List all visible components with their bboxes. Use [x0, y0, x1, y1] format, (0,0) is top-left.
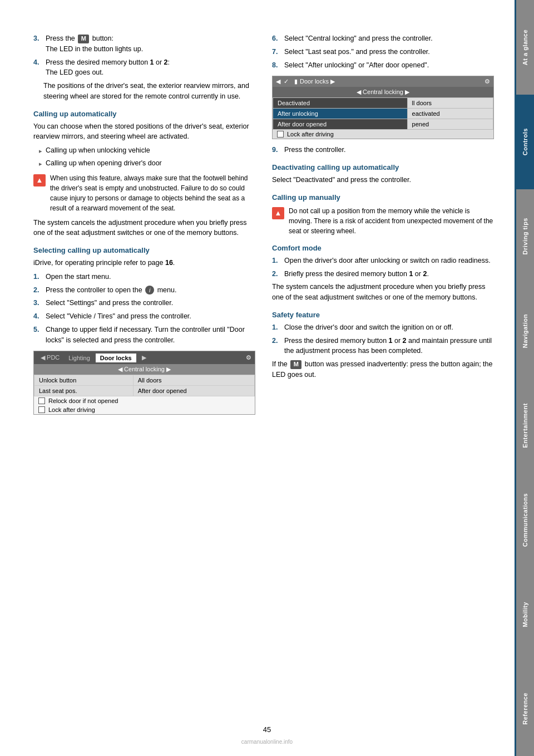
select-step-4-num: 4. — [33, 311, 43, 322]
step-3: 3. Press the M button: The LED in the bu… — [33, 33, 255, 55]
comfort-step-1: 1. Open the driver's door after unlockin… — [272, 256, 494, 266]
select-step-5: 5. Change to upper field if necessary. T… — [33, 325, 255, 346]
select-step-4: 4. Select "Vehicle / Tires" and press th… — [33, 311, 255, 322]
step-7-num: 7. — [272, 47, 282, 57]
select-step-1-num: 1. — [33, 272, 43, 282]
warning-text-1: When using this feature, always make sur… — [50, 173, 255, 213]
step-4-num: 4. — [33, 57, 43, 78]
select-step-5-text: Change to upper field if necessary. Turn… — [46, 325, 255, 346]
step-3-num: 3. — [33, 33, 43, 55]
checkbox-lock-driving-label: Lock after driving — [48, 406, 95, 413]
select-step-5-num: 5. — [33, 325, 43, 346]
safety-step-2: 2. Press the desired memory button 1 or … — [272, 336, 494, 357]
step-9-text: Press the controller. — [284, 145, 345, 155]
checkbox-lock-driving — [38, 406, 45, 413]
step-3-text: Press the M button: The LED in the butto… — [46, 33, 143, 55]
ui-cell-last-seat-value: After door opened — [133, 386, 254, 396]
tab-mobility[interactable]: Mobility — [516, 567, 534, 662]
select-step-2-text: Press the controller to open the i menu. — [46, 285, 176, 296]
comfort-step-2-num: 2. — [272, 269, 282, 279]
select-step-2: 2. Press the controller to open the i me… — [33, 285, 255, 296]
comfort-step-2: 2. Briefly press the desired memory butt… — [272, 269, 494, 279]
tab-navigation[interactable]: Navigation — [516, 283, 534, 378]
ui-cell-pened: pened — [407, 119, 493, 130]
tab-lighting: Lighting — [65, 354, 93, 362]
bullet-arrow-2: ▸ — [39, 159, 42, 169]
tab-entertainment[interactable]: Entertainment — [516, 378, 534, 473]
ui-checkbox-lock-driving: Lock after driving — [34, 405, 255, 414]
ui-cell-last-seat-label: Last seat pos. — [34, 386, 134, 396]
comfort-step-2-text: Briefly press the desired memory button … — [284, 269, 429, 279]
ui-cell-after-door-opened: After door opened — [273, 119, 408, 130]
safety-step-2-text: Press the desired memory button 1 or 2 a… — [284, 336, 494, 357]
warning-box-1: ▲ When using this feature, always make s… — [33, 173, 255, 213]
step-4-subtext: The LED goes out. — [46, 68, 103, 76]
tab-driving-tips[interactable]: Driving tips — [516, 189, 534, 284]
safety-final-text: If the M button was pressed inadvertentl… — [272, 359, 494, 380]
comfort-heading: Comfort mode — [272, 244, 494, 252]
i-button-icon: i — [145, 286, 154, 294]
gear-icon-right: ⚙ — [484, 78, 490, 85]
ui-screenshot-1-header: ◀ PDC Lighting Door locks ▶ ⚙ — [34, 351, 255, 364]
ui-checkbox-relock: Relock door if not opened — [34, 396, 255, 405]
step-4-text: Press the desired memory button 1 or 2: … — [46, 57, 170, 78]
step-9: 9. Press the controller. — [272, 145, 494, 155]
tab-mobility-label: Mobility — [522, 602, 528, 627]
bullet-arrow-1: ▸ — [39, 146, 42, 156]
door-icon: ▮ — [294, 78, 298, 85]
select-step-1: 1. Open the start menu. — [33, 272, 255, 282]
safety-step-2-num: 2. — [272, 336, 282, 357]
step-6-num: 6. — [272, 33, 282, 44]
tab-communications-label: Communications — [522, 493, 528, 547]
comfort-step-1-text: Open the driver's door after unlocking o… — [284, 256, 491, 266]
tab-controls[interactable]: Controls — [516, 95, 534, 189]
tab-reference-label: Reference — [522, 693, 528, 725]
tab-arrow-right: ▶ — [139, 353, 150, 362]
calling-up-auto-heading: Calling up automatically — [33, 110, 255, 118]
ui-table-2-row-3: After door opened pened — [273, 119, 493, 130]
safety-step-1-text: Close the driver's door and switch the i… — [284, 322, 453, 333]
ui-cell-eactivated: eactivated — [407, 109, 493, 119]
step-7-text: Select "Last seat pos." and press the co… — [284, 47, 430, 57]
warning-icon-1: ▲ — [33, 174, 46, 186]
m-button-safety: M — [290, 360, 301, 369]
m-button-icon: M — [78, 35, 89, 43]
ui-screenshot-2: ◀ ✓ ▮ Door locks ▶ ⚙ ◀ Central locking ▶… — [272, 76, 494, 139]
ui-cell-after-unlocking: After unlocking — [273, 109, 408, 119]
selecting-desc: iDrive, for operating principle refer to… — [33, 258, 255, 268]
selecting-heading: Selecting calling up automatically — [33, 246, 255, 254]
warning-box-2: ▲ Do not call up a position from the mem… — [272, 206, 494, 236]
checkbox-relock — [38, 397, 45, 404]
step-4-desc: The positions of the driver's seat, the … — [33, 81, 255, 102]
bullet-2-text: Calling up when opening driver's door — [46, 158, 162, 169]
tab-controls-label: Controls — [522, 128, 528, 155]
ui-table-2-row-1: Deactivated ll doors — [273, 98, 493, 109]
ui-cell-ll-doors: ll doors — [407, 98, 493, 109]
comfort-step-1-num: 1. — [272, 256, 282, 266]
select-step-3-text: Select "Settings" and press the controll… — [46, 298, 173, 308]
tab-at-glance[interactable]: At a glance — [516, 0, 534, 95]
side-tabs: At a glance Controls Driving tips Naviga… — [516, 0, 534, 756]
step-6: 6. Select "Central locking" and press th… — [272, 33, 494, 44]
checkbox-relock-label: Relock door if not opened — [48, 397, 118, 404]
bullet-1: ▸ Calling up when unlocking vehicle — [33, 145, 255, 156]
ui-table-1: Unlock button All doors Last seat pos. A… — [34, 375, 255, 396]
calling-up-auto-desc: You can choose when the stored positions… — [33, 121, 255, 143]
tab-navigation-label: Navigation — [522, 314, 528, 348]
ui-table-2-row-2: After unlocking eactivated — [273, 109, 493, 119]
calling-manually-heading: Calling up manually — [272, 193, 494, 202]
tab-reference[interactable]: Reference — [516, 661, 534, 756]
select-step-3-num: 3. — [33, 298, 43, 308]
ui-table-2: Deactivated ll doors After unlocking eac… — [273, 97, 493, 130]
ui-cell-unlock-value: All doors — [133, 375, 254, 386]
system-cancels-text: The system cancels the adjustment proced… — [33, 218, 255, 239]
select-step-3: 3. Select "Settings" and press the contr… — [33, 298, 255, 308]
safety-step-1: 1. Close the driver's door and switch th… — [272, 322, 494, 333]
tab-communications[interactable]: Communications — [516, 473, 534, 567]
tab-driving-tips-label: Driving tips — [522, 218, 528, 255]
ui-nav-central-locking-1: ◀ Central locking ▶ — [34, 364, 255, 375]
step-4: 4. Press the desired memory button 1 or … — [33, 57, 255, 78]
ui-nav-central-locking-2: ◀ Central locking ▶ — [273, 87, 493, 97]
check-icon: ✓ — [284, 78, 289, 85]
step-9-num: 9. — [272, 145, 282, 155]
